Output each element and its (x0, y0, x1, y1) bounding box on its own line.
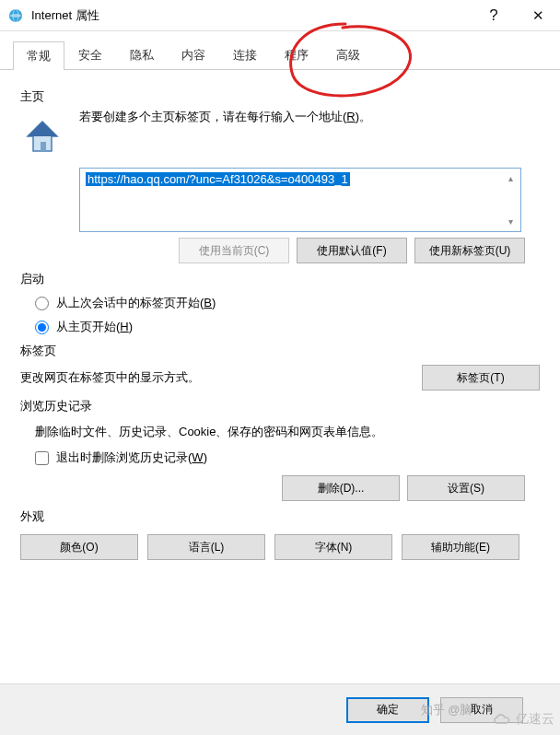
tab-advanced[interactable]: 高级 (322, 41, 374, 69)
delete-on-exit-label[interactable]: 退出时删除浏览历史记录(W) (56, 449, 207, 466)
tabs-settings-button[interactable]: 标签页(T) (422, 365, 540, 391)
startup-section-label: 启动 (20, 271, 540, 287)
tab-content[interactable]: 内容 (168, 41, 219, 69)
ie-icon (7, 7, 24, 24)
scroll-down-icon[interactable]: ▾ (503, 214, 519, 229)
tabs-section-label: 标签页 (20, 343, 540, 359)
use-default-button[interactable]: 使用默认值(F) (297, 238, 407, 263)
ok-button[interactable]: 确定 (346, 697, 429, 723)
accessibility-button[interactable]: 辅助功能(E) (402, 534, 519, 560)
help-button[interactable]: ? (472, 0, 516, 31)
tab-connections[interactable]: 连接 (219, 41, 271, 69)
languages-button[interactable]: 语言(L) (147, 534, 265, 560)
startup-last-session-radio[interactable] (35, 297, 49, 310)
tab-privacy[interactable]: 隐私 (116, 41, 168, 69)
fonts-button[interactable]: 字体(N) (274, 534, 392, 560)
tab-programs[interactable]: 程序 (271, 41, 322, 69)
startup-homepage-label[interactable]: 从主页开始(H) (56, 319, 133, 335)
history-settings-button[interactable]: 设置(S) (407, 475, 525, 501)
tab-strip: 常规 安全 隐私 内容 连接 程序 高级 (0, 31, 560, 70)
history-section-label: 浏览历史记录 (20, 398, 540, 414)
watermark-yisu: 亿速云 (492, 711, 554, 728)
appearance-section-label: 外观 (20, 508, 540, 525)
startup-homepage-radio[interactable] (35, 321, 49, 334)
tab-security[interactable]: 安全 (64, 41, 116, 69)
watermark-zhihu: 知乎 @脑· (421, 702, 475, 718)
svg-rect-4 (41, 142, 46, 151)
homepage-url-value: https://hao.qq.com/?unc=Af31026&s=o40049… (86, 172, 350, 186)
scroll-up-icon[interactable]: ▴ (503, 170, 519, 186)
homepage-desc: 若要创建多个主页标签页，请在每行输入一个地址(R)。 (79, 109, 540, 125)
delete-on-exit-checkbox[interactable] (35, 451, 49, 465)
homepage-section-label: 主页 (20, 88, 540, 105)
startup-last-session-label[interactable]: 从上次会话中的标签页开始(B) (56, 295, 216, 311)
use-current-button: 使用当前页(C) (179, 238, 289, 263)
window-title: Internet 属性 (31, 7, 472, 24)
tab-general[interactable]: 常规 (13, 41, 64, 70)
history-desc: 删除临时文件、历史记录、Cookie、保存的密码和网页表单信息。 (35, 424, 540, 440)
use-newtab-button[interactable]: 使用新标签页(U) (414, 238, 525, 263)
tabs-desc: 更改网页在标签页中的显示方式。 (20, 369, 422, 386)
homepage-url-input[interactable]: https://hao.qq.com/?unc=Af31026&s=o40049… (79, 168, 521, 232)
close-button[interactable]: ✕ (516, 0, 560, 31)
delete-history-button[interactable]: 删除(D)... (282, 475, 400, 501)
svg-marker-3 (28, 122, 57, 136)
colors-button[interactable]: 颜色(O) (20, 534, 138, 560)
home-icon (20, 114, 64, 158)
